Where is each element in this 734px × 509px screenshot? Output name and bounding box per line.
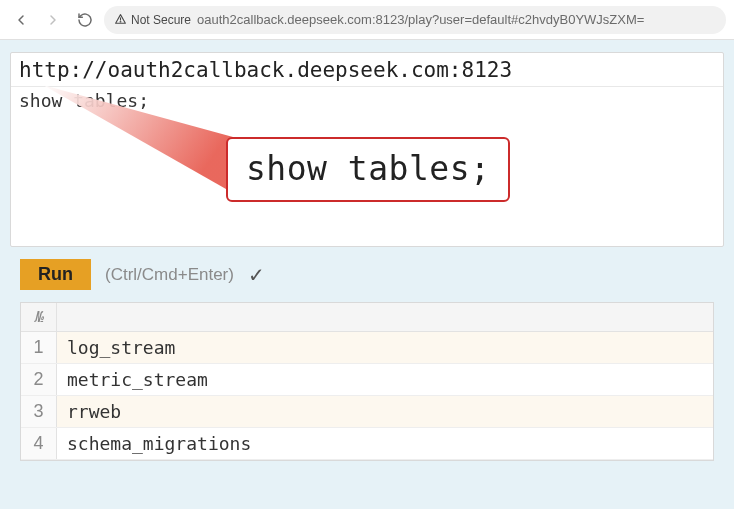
warning-icon	[114, 13, 127, 26]
content-area: http://oauth2callback.deepseek.com:8123 …	[0, 40, 734, 461]
row-number-column-header: №	[21, 303, 57, 331]
table-name-cell: metric_stream	[57, 364, 713, 395]
run-shortcut-hint: (Ctrl/Cmd+Enter)	[105, 265, 234, 285]
address-bar[interactable]: Not Secure oauth2callback.deepseek.com:8…	[104, 6, 726, 34]
callout-box: show tables;	[226, 137, 510, 202]
back-button[interactable]	[8, 7, 34, 33]
results-table: № 1log_stream2metric_stream3rrweb4schema…	[20, 302, 714, 461]
row-number: 3	[21, 396, 57, 427]
table-name-cell: log_stream	[57, 332, 713, 363]
table-row[interactable]: 1log_stream	[21, 332, 713, 364]
run-bar: Run (Ctrl/Cmd+Enter) ✓	[10, 247, 724, 302]
table-name-cell: schema_migrations	[57, 428, 713, 459]
table-name-cell: rrweb	[57, 396, 713, 427]
not-secure-badge: Not Secure	[114, 13, 191, 27]
table-row[interactable]: 3rrweb	[21, 396, 713, 428]
reload-button[interactable]	[72, 7, 98, 33]
row-number: 1	[21, 332, 57, 363]
query-editor[interactable]: show tables;	[11, 87, 723, 114]
query-panel: http://oauth2callback.deepseek.com:8123 …	[10, 52, 724, 247]
run-button[interactable]: Run	[20, 259, 91, 290]
svg-point-1	[120, 21, 121, 22]
table-row[interactable]: 4schema_migrations	[21, 428, 713, 460]
results-header-row: №	[21, 303, 713, 332]
row-number: 4	[21, 428, 57, 459]
browser-toolbar: Not Secure oauth2callback.deepseek.com:8…	[0, 0, 734, 40]
forward-button[interactable]	[40, 7, 66, 33]
check-icon: ✓	[248, 263, 265, 287]
name-column-header	[57, 303, 713, 331]
table-row[interactable]: 2metric_stream	[21, 364, 713, 396]
url-text: oauth2callback.deepseek.com:8123/play?us…	[197, 12, 644, 27]
endpoint-url: http://oauth2callback.deepseek.com:8123	[11, 53, 723, 87]
not-secure-label: Not Secure	[131, 13, 191, 27]
row-number: 2	[21, 364, 57, 395]
